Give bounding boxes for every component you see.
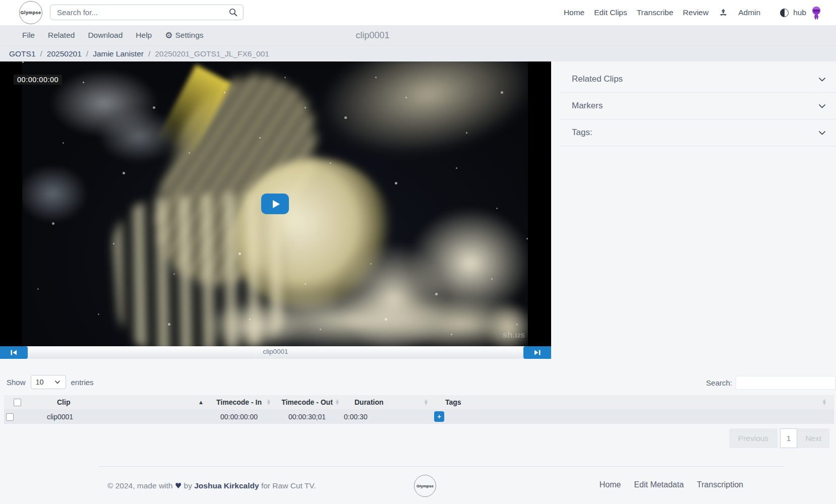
nav-edit-clips[interactable]: Edit Clips bbox=[594, 8, 627, 17]
footer-by: by bbox=[184, 481, 192, 490]
cell-clip: clip0001 bbox=[31, 409, 205, 424]
footer-glympse-logo-text: Glympse bbox=[416, 484, 434, 488]
breadcrumb-person[interactable]: Jamie Lanister bbox=[93, 49, 144, 58]
cell-timecode-in: 00:00:00:00 bbox=[205, 409, 273, 424]
cell-tags: + bbox=[430, 409, 834, 424]
gear-icon: ⚙ bbox=[165, 31, 172, 40]
footer-copyright: © 2024, made with bbox=[107, 481, 172, 490]
sort-icons: ▲▼ bbox=[823, 399, 826, 405]
footer-link-transcription[interactable]: Transcription bbox=[697, 480, 743, 489]
page-size-select[interactable]: 10 bbox=[31, 375, 66, 389]
footer-for: for bbox=[261, 481, 270, 490]
table-search-input[interactable] bbox=[736, 376, 835, 390]
chevron-down-icon bbox=[817, 75, 827, 84]
column-header-timecode-in[interactable]: Timecode - In ▲▼ bbox=[205, 395, 273, 409]
footer-link-home[interactable]: Home bbox=[600, 480, 621, 489]
footer-links: Home Edit Metadata Transcription bbox=[600, 480, 743, 489]
show-label: Show bbox=[7, 378, 26, 387]
breadcrumb: GOTS1 / 20250201 / Jamie Lanister / 2025… bbox=[0, 46, 836, 61]
top-nav: Home Edit Clips Transcribe Review Admin … bbox=[564, 0, 822, 25]
menu-help[interactable]: Help bbox=[136, 31, 152, 40]
column-header-tags[interactable]: Tags ▲▼ bbox=[430, 395, 834, 409]
table-header-row: Clip ▲ Timecode - In ▲▼ Timecode - Out ▲… bbox=[4, 395, 834, 409]
row-checkbox[interactable] bbox=[6, 413, 14, 421]
clips-table: Clip ▲ Timecode - In ▲▼ Timecode - Out ▲… bbox=[4, 395, 834, 424]
pagination: Previous 1 Next bbox=[729, 428, 829, 448]
footer-credit: © 2024, made with ♥ by Joshua Kirkcaldy … bbox=[107, 481, 316, 490]
chevron-down-icon bbox=[817, 101, 827, 111]
account-area: hub bbox=[780, 6, 822, 20]
sort-ascending-icon: ▲ bbox=[199, 400, 203, 404]
theme-toggle-icon[interactable] bbox=[780, 9, 789, 17]
column-header-duration-label: Duration bbox=[354, 398, 384, 406]
column-header-timecode-out[interactable]: Timecode - Out ▲▼ bbox=[273, 395, 341, 409]
select-all-header bbox=[4, 395, 31, 409]
sort-icons: ▲▼ bbox=[336, 399, 339, 405]
entries-label: entries bbox=[71, 378, 94, 387]
video-frame[interactable]: 00:00:00:00 sh.us bbox=[0, 61, 551, 346]
column-header-timecode-out-label: Timecode - Out bbox=[281, 398, 333, 406]
top-bar: Glympse Home Edit Clips Transcribe Revie… bbox=[0, 0, 836, 25]
accordion-markers[interactable]: Markers bbox=[560, 93, 836, 119]
column-header-timecode-in-label: Timecode - In bbox=[216, 398, 262, 406]
breadcrumb-current: 20250201_GOTS1_JL_FX6_001 bbox=[155, 49, 269, 58]
hub-label: hub bbox=[793, 8, 806, 17]
heart-icon: ♥ bbox=[175, 481, 182, 490]
footer-company: Raw Cut TV. bbox=[272, 481, 316, 490]
nav-admin[interactable]: Admin bbox=[738, 8, 760, 17]
breadcrumb-date[interactable]: 20250201 bbox=[47, 49, 82, 58]
skip-to-start-icon bbox=[10, 350, 18, 355]
breadcrumb-separator: / bbox=[40, 49, 42, 58]
breadcrumb-project[interactable]: GOTS1 bbox=[9, 49, 36, 58]
play-button[interactable] bbox=[261, 194, 289, 214]
menu-settings-label: Settings bbox=[175, 31, 204, 40]
select-all-checkbox[interactable] bbox=[14, 399, 21, 406]
footer-author-link[interactable]: Joshua Kirkcaldy bbox=[194, 481, 259, 490]
accordion-related-clips-label: Related Clips bbox=[572, 74, 623, 84]
accordion-tags-label: Tags: bbox=[572, 128, 592, 138]
skip-to-end-icon bbox=[533, 350, 541, 355]
table-search-label: Search: bbox=[706, 379, 732, 387]
menu-download[interactable]: Download bbox=[88, 31, 123, 40]
chevron-down-icon bbox=[54, 379, 61, 386]
menu-settings[interactable]: ⚙ Settings bbox=[165, 31, 203, 40]
footer-link-edit-metadata[interactable]: Edit Metadata bbox=[634, 480, 684, 489]
search-input[interactable] bbox=[50, 5, 244, 20]
column-header-clip[interactable]: Clip ▲ bbox=[31, 395, 205, 409]
cell-timecode-out: 00:00:30;01 bbox=[273, 409, 341, 424]
sort-icons: ▲▼ bbox=[425, 399, 428, 405]
glympse-logo[interactable]: Glympse bbox=[19, 1, 42, 24]
upload-icon[interactable] bbox=[719, 9, 728, 17]
footer-glympse-logo: Glympse bbox=[414, 475, 436, 497]
accordion-related-clips[interactable]: Related Clips bbox=[560, 66, 836, 93]
table-row[interactable]: clip0001 00:00:00:00 00:00:30;01 0:00:30… bbox=[4, 409, 834, 424]
page-size-control: Show 10 entries bbox=[7, 375, 94, 389]
player-controls: clip0001 bbox=[0, 346, 551, 359]
video-watermark: sh.us bbox=[503, 330, 525, 340]
pagination-previous-button[interactable]: Previous bbox=[729, 428, 778, 448]
pagination-current-page[interactable]: 1 bbox=[780, 428, 797, 448]
timecode-overlay: 00:00:00:00 bbox=[14, 75, 62, 85]
skip-to-end-button[interactable] bbox=[523, 346, 551, 359]
menu-related[interactable]: Related bbox=[48, 31, 75, 40]
pagination-next-button[interactable]: Next bbox=[797, 428, 829, 448]
breadcrumb-separator: / bbox=[86, 49, 88, 58]
footer-divider bbox=[98, 466, 784, 467]
nav-review[interactable]: Review bbox=[683, 8, 708, 17]
app-root: Glympse Home Edit Clips Transcribe Revie… bbox=[0, 0, 836, 504]
breadcrumb-separator: / bbox=[148, 49, 150, 58]
user-avatar[interactable] bbox=[811, 6, 822, 20]
menu-file[interactable]: File bbox=[22, 31, 35, 40]
search-icon[interactable] bbox=[229, 8, 237, 19]
skip-to-start-button[interactable] bbox=[0, 346, 28, 359]
accordion-tags[interactable]: Tags: bbox=[560, 119, 836, 146]
column-header-duration[interactable]: Duration ▲▼ bbox=[341, 395, 430, 409]
video-player: 00:00:00:00 sh.us clip0001 bbox=[0, 61, 551, 359]
nav-transcribe[interactable]: Transcribe bbox=[637, 8, 674, 17]
nav-home[interactable]: Home bbox=[564, 8, 584, 17]
table-search-control: Search: bbox=[706, 376, 835, 390]
search-box bbox=[50, 5, 244, 20]
sort-icons: ▲▼ bbox=[267, 399, 270, 405]
add-tag-button[interactable]: + bbox=[434, 411, 444, 422]
accordion-markers-label: Markers bbox=[572, 101, 603, 111]
